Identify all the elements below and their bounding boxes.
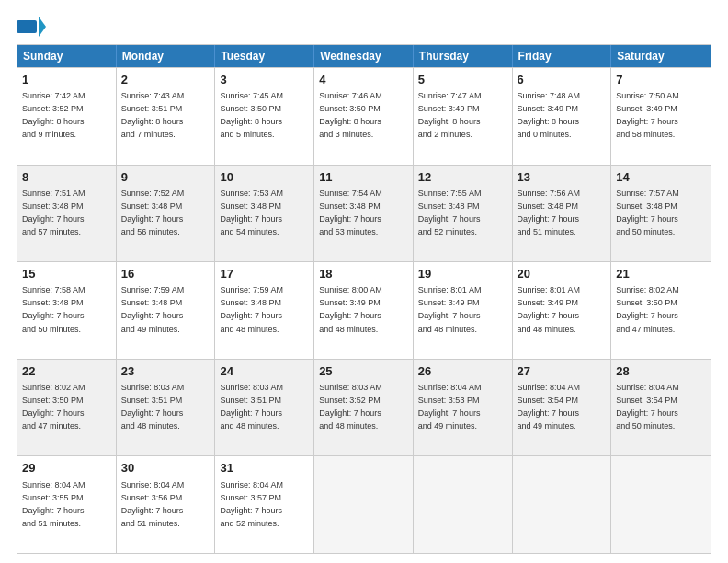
- cell-info: Sunrise: 7:59 AMSunset: 3:48 PMDaylight:…: [220, 285, 283, 333]
- day-number: 15: [22, 266, 111, 282]
- calendar-cell: 22Sunrise: 8:02 AMSunset: 3:50 PMDayligh…: [17, 360, 117, 456]
- day-number: 13: [518, 169, 607, 186]
- calendar-cell: [314, 456, 414, 553]
- header: [17, 17, 711, 37]
- cell-info: Sunrise: 7:54 AMSunset: 3:48 PMDaylight:…: [319, 189, 382, 236]
- day-number: 22: [22, 363, 111, 380]
- cell-info: Sunrise: 7:51 AMSunset: 3:48 PMDaylight:…: [22, 189, 85, 236]
- day-number: 7: [616, 72, 706, 88]
- cell-info: Sunrise: 8:04 AMSunset: 3:56 PMDaylight:…: [121, 480, 185, 528]
- logo: [17, 17, 50, 37]
- calendar-cell: 19Sunrise: 8:01 AMSunset: 3:49 PMDayligh…: [414, 262, 513, 359]
- cell-info: Sunrise: 7:59 AMSunset: 3:48 PMDaylight:…: [121, 285, 185, 333]
- day-number: 28: [616, 363, 706, 380]
- day-number: 12: [418, 169, 507, 186]
- cell-info: Sunrise: 8:04 AMSunset: 3:54 PMDaylight:…: [518, 383, 581, 431]
- calendar-cell: 17Sunrise: 7:59 AMSunset: 3:48 PMDayligh…: [215, 262, 314, 359]
- day-number: 9: [121, 169, 210, 186]
- calendar-cell: 31Sunrise: 8:04 AMSunset: 3:57 PMDayligh…: [215, 456, 314, 553]
- cell-info: Sunrise: 7:55 AMSunset: 3:48 PMDaylight:…: [418, 189, 482, 236]
- calendar-cell: 20Sunrise: 8:01 AMSunset: 3:49 PMDayligh…: [513, 262, 612, 359]
- day-number: 29: [22, 460, 111, 477]
- day-number: 18: [319, 266, 408, 282]
- cell-info: Sunrise: 7:45 AMSunset: 3:50 PMDaylight:…: [220, 91, 283, 139]
- calendar-row: 15Sunrise: 7:58 AMSunset: 3:48 PMDayligh…: [17, 261, 711, 359]
- calendar-cell: 12Sunrise: 7:55 AMSunset: 3:48 PMDayligh…: [414, 166, 513, 262]
- cell-info: Sunrise: 8:04 AMSunset: 3:54 PMDaylight:…: [616, 383, 679, 431]
- calendar-cell: 2Sunrise: 7:43 AMSunset: 3:51 PMDaylight…: [117, 68, 216, 165]
- cell-info: Sunrise: 7:58 AMSunset: 3:48 PMDaylight:…: [22, 285, 85, 333]
- calendar-cell: [414, 456, 513, 553]
- day-number: 3: [220, 72, 309, 88]
- calendar-row: 8Sunrise: 7:51 AMSunset: 3:48 PMDaylight…: [17, 165, 711, 262]
- day-number: 23: [121, 363, 210, 380]
- calendar-cell: 18Sunrise: 8:00 AMSunset: 3:49 PMDayligh…: [314, 262, 414, 359]
- calendar-cell: 25Sunrise: 8:03 AMSunset: 3:52 PMDayligh…: [314, 360, 414, 456]
- day-number: 10: [220, 169, 309, 186]
- calendar-cell: 9Sunrise: 7:52 AMSunset: 3:48 PMDaylight…: [117, 166, 216, 262]
- cell-info: Sunrise: 8:04 AMSunset: 3:53 PMDaylight:…: [418, 383, 482, 431]
- weekday-header: Friday: [513, 45, 612, 67]
- day-number: 24: [220, 363, 309, 380]
- day-number: 5: [418, 72, 507, 88]
- day-number: 20: [518, 266, 607, 282]
- calendar-row: 22Sunrise: 8:02 AMSunset: 3:50 PMDayligh…: [17, 359, 711, 456]
- day-number: 31: [220, 460, 309, 477]
- cell-info: Sunrise: 8:03 AMSunset: 3:51 PMDaylight:…: [121, 383, 185, 431]
- calendar-header: SundayMondayTuesdayWednesdayThursdayFrid…: [17, 45, 711, 67]
- day-number: 6: [518, 72, 607, 88]
- calendar-cell: 26Sunrise: 8:04 AMSunset: 3:53 PMDayligh…: [414, 360, 513, 456]
- cell-info: Sunrise: 8:01 AMSunset: 3:49 PMDaylight:…: [418, 285, 482, 333]
- cell-info: Sunrise: 7:57 AMSunset: 3:48 PMDaylight:…: [616, 189, 679, 236]
- weekday-header: Monday: [117, 45, 216, 67]
- calendar-cell: 11Sunrise: 7:54 AMSunset: 3:48 PMDayligh…: [314, 166, 414, 262]
- cell-info: Sunrise: 8:01 AMSunset: 3:49 PMDaylight:…: [518, 285, 581, 333]
- logo-icon: [17, 17, 46, 37]
- calendar-cell: 10Sunrise: 7:53 AMSunset: 3:48 PMDayligh…: [215, 166, 314, 262]
- calendar-cell: 16Sunrise: 7:59 AMSunset: 3:48 PMDayligh…: [117, 262, 216, 359]
- cell-info: Sunrise: 8:03 AMSunset: 3:52 PMDaylight:…: [319, 383, 382, 431]
- weekday-header: Saturday: [611, 45, 711, 67]
- calendar-cell: 4Sunrise: 7:46 AMSunset: 3:50 PMDaylight…: [314, 68, 414, 165]
- svg-rect-0: [17, 20, 37, 33]
- svg-marker-1: [39, 17, 46, 37]
- cell-info: Sunrise: 8:03 AMSunset: 3:51 PMDaylight:…: [220, 383, 283, 431]
- cell-info: Sunrise: 7:46 AMSunset: 3:50 PMDaylight:…: [319, 91, 382, 139]
- day-number: 1: [22, 72, 111, 88]
- calendar-row: 1Sunrise: 7:42 AMSunset: 3:52 PMDaylight…: [17, 67, 711, 165]
- day-number: 2: [121, 72, 210, 88]
- day-number: 17: [220, 266, 309, 282]
- calendar-cell: 6Sunrise: 7:48 AMSunset: 3:49 PMDaylight…: [513, 68, 612, 165]
- calendar-cell: 27Sunrise: 8:04 AMSunset: 3:54 PMDayligh…: [513, 360, 612, 456]
- calendar-cell: [513, 456, 612, 553]
- cell-info: Sunrise: 8:04 AMSunset: 3:57 PMDaylight:…: [220, 480, 283, 528]
- calendar-row: 29Sunrise: 8:04 AMSunset: 3:55 PMDayligh…: [17, 455, 711, 553]
- day-number: 11: [319, 169, 408, 186]
- cell-info: Sunrise: 8:00 AMSunset: 3:49 PMDaylight:…: [319, 285, 382, 333]
- day-number: 27: [518, 363, 607, 380]
- weekday-header: Sunday: [17, 45, 117, 67]
- calendar-cell: 7Sunrise: 7:50 AMSunset: 3:49 PMDaylight…: [611, 68, 711, 165]
- weekday-header: Wednesday: [314, 45, 414, 67]
- calendar-cell: 30Sunrise: 8:04 AMSunset: 3:56 PMDayligh…: [117, 456, 216, 553]
- cell-info: Sunrise: 8:04 AMSunset: 3:55 PMDaylight:…: [22, 480, 85, 528]
- calendar-cell: 15Sunrise: 7:58 AMSunset: 3:48 PMDayligh…: [17, 262, 117, 359]
- calendar-cell: 24Sunrise: 8:03 AMSunset: 3:51 PMDayligh…: [215, 360, 314, 456]
- calendar-cell: 8Sunrise: 7:51 AMSunset: 3:48 PMDaylight…: [17, 166, 117, 262]
- calendar-cell: 21Sunrise: 8:02 AMSunset: 3:50 PMDayligh…: [611, 262, 711, 359]
- page: SundayMondayTuesdayWednesdayThursdayFrid…: [0, 0, 728, 563]
- calendar-cell: 23Sunrise: 8:03 AMSunset: 3:51 PMDayligh…: [117, 360, 216, 456]
- cell-info: Sunrise: 7:43 AMSunset: 3:51 PMDaylight:…: [121, 91, 185, 139]
- day-number: 21: [616, 266, 706, 282]
- calendar-cell: 1Sunrise: 7:42 AMSunset: 3:52 PMDaylight…: [17, 68, 117, 165]
- calendar-cell: 28Sunrise: 8:04 AMSunset: 3:54 PMDayligh…: [611, 360, 711, 456]
- cell-info: Sunrise: 7:53 AMSunset: 3:48 PMDaylight:…: [220, 189, 283, 236]
- day-number: 4: [319, 72, 408, 88]
- calendar-cell: 3Sunrise: 7:45 AMSunset: 3:50 PMDaylight…: [215, 68, 314, 165]
- calendar-cell: [611, 456, 711, 553]
- cell-info: Sunrise: 7:48 AMSunset: 3:49 PMDaylight:…: [518, 91, 581, 139]
- day-number: 8: [22, 169, 111, 186]
- cell-info: Sunrise: 8:02 AMSunset: 3:50 PMDaylight:…: [22, 383, 85, 431]
- calendar-cell: 5Sunrise: 7:47 AMSunset: 3:49 PMDaylight…: [414, 68, 513, 165]
- cell-info: Sunrise: 7:56 AMSunset: 3:48 PMDaylight:…: [518, 189, 581, 236]
